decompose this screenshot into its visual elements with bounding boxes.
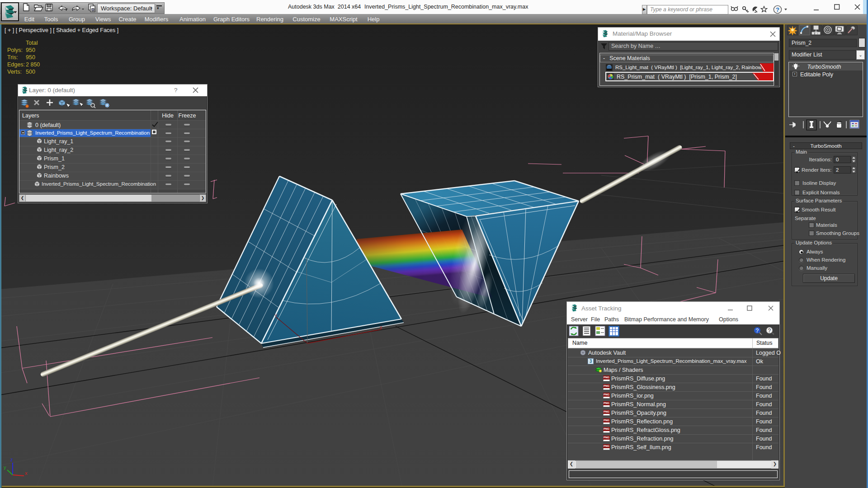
svg-text:Polys:: Polys: [7,47,23,53]
svg-text:x: x [380,324,382,330]
svg-text:Total: Total [26,40,38,46]
svg-text:Tris:: Tris: [7,54,18,61]
svg-text:x: x [25,470,28,476]
svg-text:?: ? [756,328,759,334]
svg-text:950: 950 [26,54,35,61]
svg-text:Verts:: Verts: [7,69,22,75]
svg-text:y: y [4,465,6,470]
svg-text:2 850: 2 850 [26,61,40,68]
svg-text:?: ? [768,328,771,334]
svg-text:?: ? [776,6,779,13]
svg-text:500: 500 [26,69,35,75]
svg-text:950: 950 [26,47,35,53]
svg-text:z: z [10,457,13,462]
svg-text:[ + ] [ Perspective ] [ Shaded: [ + ] [ Perspective ] [ Shaded + Edged F… [5,27,118,33]
svg-text:Y: Y [274,314,278,319]
svg-text:Edges:: Edges: [7,61,25,68]
